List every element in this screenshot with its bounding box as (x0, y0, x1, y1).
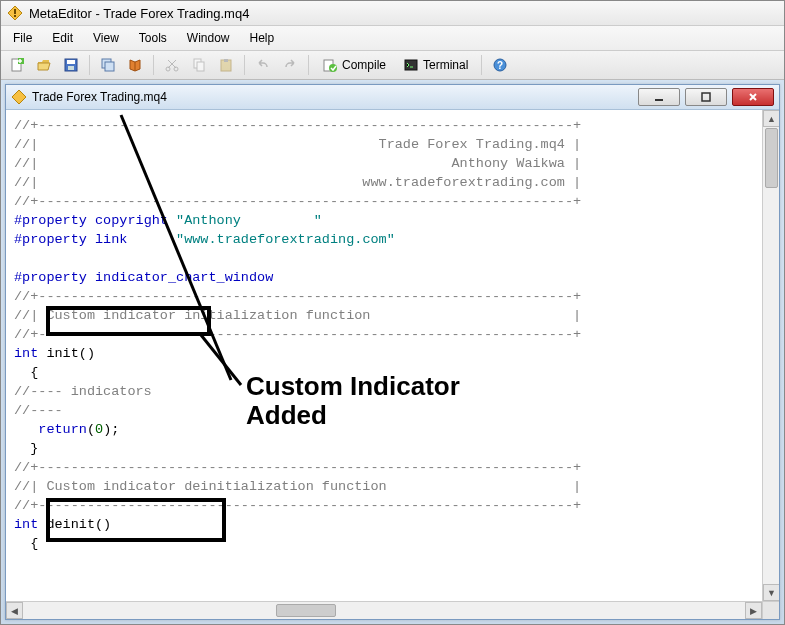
app-icon (7, 5, 23, 21)
undo-button[interactable] (251, 54, 275, 76)
terminal-button[interactable]: Terminal (396, 54, 475, 76)
code-token: deinit() (38, 517, 111, 532)
vertical-scrollbar[interactable]: ▲ ▼ (762, 110, 779, 601)
scroll-right-arrow[interactable]: ▶ (745, 602, 762, 619)
menu-edit[interactable]: Edit (44, 28, 81, 48)
menubar: File Edit View Tools Window Help (1, 26, 784, 51)
scroll-left-arrow[interactable]: ◀ (6, 602, 23, 619)
close-button[interactable] (732, 88, 774, 106)
help-button[interactable]: ? (488, 54, 512, 76)
open-file-button[interactable] (32, 54, 56, 76)
terminal-icon (403, 57, 419, 73)
code-token: ); (103, 422, 119, 437)
copy-button[interactable] (187, 54, 211, 76)
scroll-thumb[interactable] (276, 604, 336, 617)
minimize-icon (654, 92, 664, 102)
open-folder-icon (36, 57, 52, 73)
code-line: //| Anthony Waikwa | (14, 156, 581, 171)
document-icon (11, 89, 27, 105)
code-line: //+-------------------------------------… (14, 498, 581, 513)
terminal-label: Terminal (423, 58, 468, 72)
svg-rect-15 (224, 59, 228, 62)
toolbar-separator (308, 55, 309, 75)
document-title: Trade Forex Trading.mq4 (32, 90, 167, 104)
code-token: return (38, 422, 87, 437)
code-editor[interactable]: //+-------------------------------------… (6, 110, 779, 619)
paste-button[interactable] (214, 54, 238, 76)
svg-rect-18 (405, 60, 417, 70)
tile-button[interactable] (123, 54, 147, 76)
svg-rect-13 (197, 62, 204, 71)
minimize-button[interactable] (638, 88, 680, 106)
redo-button[interactable] (278, 54, 302, 76)
code-line: //| Trade Forex Trading.mq4 | (14, 137, 581, 152)
code-token: 0 (95, 422, 103, 437)
code-line: //---- (14, 403, 63, 418)
code-line: //+-------------------------------------… (14, 460, 581, 475)
svg-rect-6 (67, 60, 75, 64)
code-line: { (14, 365, 38, 380)
svg-rect-9 (105, 62, 114, 71)
code-line: //---- indicators (14, 384, 152, 399)
copy-icon (191, 57, 207, 73)
undo-icon (255, 57, 271, 73)
code-token: #property (14, 270, 87, 285)
code-line: //+-------------------------------------… (14, 327, 581, 342)
document-titlebar[interactable]: Trade Forex Trading.mq4 (6, 85, 779, 110)
code-token: #property (14, 232, 87, 247)
horizontal-scrollbar[interactable]: ◀ ▶ (6, 601, 762, 619)
code-content[interactable]: //+-------------------------------------… (6, 110, 779, 559)
compile-button[interactable]: Compile (315, 54, 393, 76)
save-icon (63, 57, 79, 73)
code-token: ( (87, 422, 95, 437)
new-file-button[interactable] (5, 54, 29, 76)
paste-icon (218, 57, 234, 73)
svg-rect-2 (14, 15, 16, 17)
cut-button[interactable] (160, 54, 184, 76)
scroll-up-arrow[interactable]: ▲ (763, 110, 779, 127)
maximize-icon (701, 92, 711, 102)
code-token: "Anthony " (176, 213, 322, 228)
scroll-thumb[interactable] (765, 128, 778, 188)
close-icon (748, 92, 758, 102)
redo-icon (282, 57, 298, 73)
menu-view[interactable]: View (85, 28, 127, 48)
code-token: indicator_chart_window (87, 270, 273, 285)
code-token: int (14, 517, 38, 532)
help-icon: ? (492, 57, 508, 73)
cascade-icon (100, 57, 116, 73)
menu-window[interactable]: Window (179, 28, 238, 48)
scroll-down-arrow[interactable]: ▼ (763, 584, 779, 601)
code-token: int (14, 346, 38, 361)
cut-icon (164, 57, 180, 73)
cascade-button[interactable] (96, 54, 120, 76)
toolbar-separator (481, 55, 482, 75)
svg-rect-23 (702, 93, 710, 101)
code-token: init() (38, 346, 95, 361)
code-line: //| Custom indicator initialization func… (14, 308, 581, 323)
code-line: //+-------------------------------------… (14, 289, 581, 304)
compile-label: Compile (342, 58, 386, 72)
svg-text:?: ? (497, 60, 503, 71)
menu-help[interactable]: Help (242, 28, 283, 48)
book-icon (127, 57, 143, 73)
workspace: Trade Forex Trading.mq4 //+-------------… (1, 80, 784, 624)
compile-icon (322, 57, 338, 73)
app-title: MetaEditor - Trade Forex Trading.mq4 (29, 6, 249, 21)
code-token (14, 422, 38, 437)
menu-file[interactable]: File (5, 28, 40, 48)
toolbar: Compile Terminal ? (1, 51, 784, 80)
new-file-icon (9, 57, 25, 73)
svg-marker-21 (12, 90, 26, 104)
menu-tools[interactable]: Tools (131, 28, 175, 48)
save-button[interactable] (59, 54, 83, 76)
code-line: { (14, 536, 38, 551)
toolbar-separator (89, 55, 90, 75)
svg-rect-1 (14, 9, 16, 14)
maximize-button[interactable] (685, 88, 727, 106)
code-line: //| Custom indicator deinitialization fu… (14, 479, 581, 494)
code-token: link (87, 232, 176, 247)
code-line: } (14, 441, 38, 456)
code-line: //+-------------------------------------… (14, 118, 581, 133)
svg-rect-7 (68, 66, 74, 70)
